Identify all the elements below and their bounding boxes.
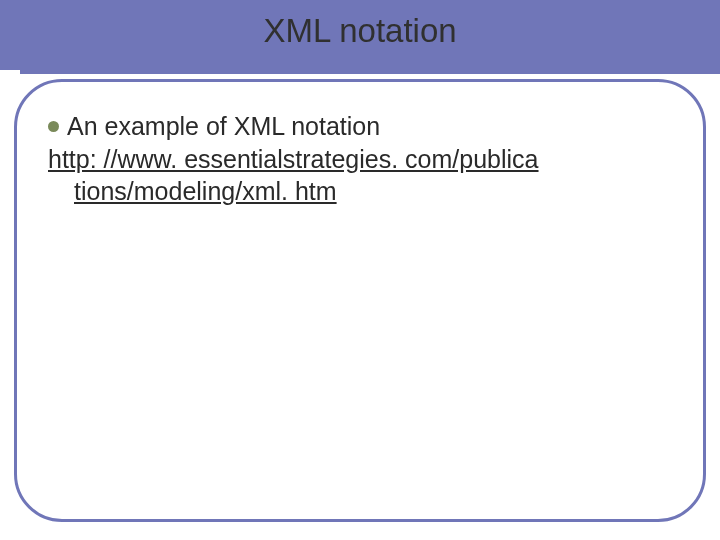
bullet-icon <box>48 121 59 132</box>
content-area: An example of XML notation http: //www. … <box>48 110 680 208</box>
slide: XML notation An example of XML notation … <box>0 0 720 540</box>
bullet-item: An example of XML notation <box>48 110 680 143</box>
notch-decoration <box>0 70 20 94</box>
slide-title: XML notation <box>0 12 720 50</box>
link-line-2[interactable]: tions/modeling/xml. htm <box>74 177 337 205</box>
bullet-text: An example of XML notation <box>67 112 380 140</box>
link-line-1[interactable]: http: //www. essentialstrategies. com/pu… <box>48 145 539 173</box>
